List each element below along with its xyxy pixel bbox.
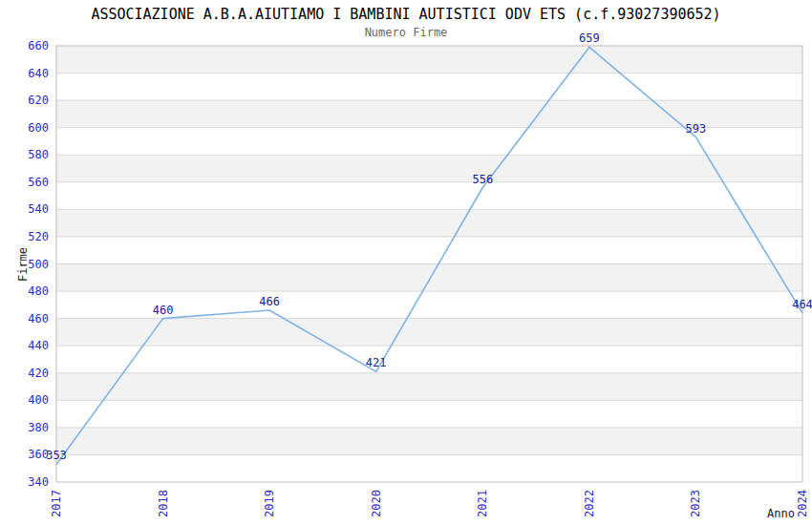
- x-tick-label: 2024: [796, 490, 809, 517]
- grid-band: [56, 400, 802, 428]
- data-point-label: 353: [46, 449, 67, 462]
- y-tick-label: 620: [28, 94, 49, 107]
- x-tick-label: 2023: [689, 490, 702, 517]
- x-tick-label: 2019: [263, 490, 276, 517]
- y-tick-label: 640: [28, 67, 49, 80]
- data-point-label: 421: [366, 356, 387, 369]
- grid-band: [56, 346, 802, 373]
- grid-band: [56, 319, 802, 346]
- y-tick-label: 500: [28, 258, 49, 271]
- y-tick-label: 600: [28, 121, 49, 135]
- x-tick-label: 2017: [50, 490, 63, 517]
- x-axis-title: Anno: [767, 507, 795, 520]
- y-tick-label: 560: [28, 176, 49, 189]
- chart-subtitle: Numero Firme: [0, 27, 812, 39]
- y-tick-label: 580: [28, 148, 49, 161]
- x-tick-label: 2020: [370, 490, 383, 517]
- data-point-label: 593: [686, 122, 707, 136]
- line-chart-plot: 3403603804004204404604805005205405605806…: [0, 0, 812, 525]
- grid-band: [56, 454, 802, 482]
- y-tick-label: 420: [28, 367, 49, 380]
- y-tick-label: 660: [28, 39, 49, 52]
- x-tick-label: 2021: [476, 490, 489, 517]
- x-tick-label: 2018: [157, 490, 170, 517]
- y-tick-label: 460: [28, 312, 49, 326]
- y-tick-label: 440: [28, 339, 49, 352]
- grid-band: [56, 74, 802, 101]
- data-point-label: 556: [472, 173, 493, 186]
- grid-band: [56, 155, 802, 182]
- y-axis-title: Firme: [16, 247, 30, 282]
- y-tick-label: 540: [28, 202, 49, 216]
- data-point-label: 466: [259, 295, 280, 308]
- line-chart-canvas: 3403603804004204404604805005205405605806…: [0, 0, 812, 525]
- grid-band: [56, 428, 802, 455]
- grid-band: [56, 264, 802, 292]
- y-tick-label: 480: [28, 284, 49, 298]
- grid-band: [56, 46, 802, 74]
- y-tick-label: 400: [28, 393, 49, 407]
- grid-band: [56, 237, 802, 264]
- grid-band: [56, 182, 802, 210]
- y-tick-label: 340: [28, 475, 49, 489]
- grid-band: [56, 373, 802, 401]
- x-tick-label: 2022: [583, 490, 596, 517]
- y-tick-label: 380: [28, 421, 49, 434]
- chart-title: ASSOCIAZIONE A.B.A.AIUTIAMO I BAMBINI AU…: [0, 7, 812, 22]
- grid-band: [56, 209, 802, 237]
- data-point-label: 464: [792, 298, 812, 311]
- data-point-label: 460: [153, 304, 174, 317]
- y-tick-label: 520: [28, 230, 49, 243]
